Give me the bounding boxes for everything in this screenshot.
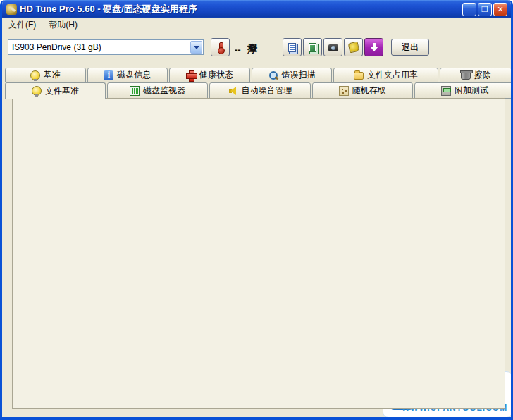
tab-row-2: 文件基准磁盘监视器自动噪音管理随机存取附加测试 bbox=[5, 82, 513, 99]
hd-tune-window: HD Tune Pro 5.60 - 硬盘/固态硬盘实用程序 _ ❐ ✕ 文件(… bbox=[0, 0, 513, 420]
tab-label: 错误扫描 bbox=[282, 69, 316, 81]
copy-image-button[interactable] bbox=[303, 38, 322, 56]
tab-label: 基准 bbox=[44, 69, 61, 81]
chevron-down-icon[interactable] bbox=[190, 41, 202, 54]
download-button[interactable] bbox=[364, 38, 383, 56]
app-icon bbox=[6, 4, 17, 15]
speaker-icon bbox=[228, 86, 238, 96]
titlebar: HD Tune Pro 5.60 - 硬盘/固态硬盘实用程序 _ ❐ ✕ bbox=[2, 0, 511, 18]
tab-label: 擦除 bbox=[474, 69, 491, 81]
trash-icon bbox=[461, 71, 471, 80]
temperature-unit: 癴 bbox=[247, 43, 257, 56]
tab-row-1: 基准磁盘信息健康状态错误扫描文件夹占用率擦除 bbox=[5, 68, 512, 82]
lightbulb-icon bbox=[32, 86, 42, 96]
tab-基准[interactable]: 基准 bbox=[5, 68, 86, 82]
tab-label: 健康状态 bbox=[199, 69, 233, 81]
down-arrow-icon bbox=[369, 42, 379, 52]
temperature-value: -- bbox=[235, 44, 241, 55]
menu-item-0[interactable]: 文件(F) bbox=[2, 18, 42, 32]
thermometer-icon bbox=[216, 42, 225, 52]
bar-chart-icon bbox=[130, 86, 140, 96]
save-icon bbox=[347, 42, 359, 54]
tab-label: 磁盘监视器 bbox=[143, 85, 185, 97]
copy-text-icon bbox=[288, 43, 296, 52]
close-button[interactable]: ✕ bbox=[493, 3, 507, 16]
random-access-icon bbox=[339, 86, 349, 96]
lightbulb-icon bbox=[30, 70, 40, 80]
menu-item-1[interactable]: 帮助(H) bbox=[42, 18, 84, 32]
file-benchmark-panel bbox=[12, 98, 505, 409]
drive-select[interactable]: IS903 PenDrive (31 gB) bbox=[8, 39, 204, 55]
info-icon bbox=[104, 70, 113, 80]
tab-健康状态[interactable]: 健康状态 bbox=[169, 68, 250, 82]
tab-磁盘监视器[interactable]: 磁盘监视器 bbox=[107, 82, 208, 99]
tab-label: 自动噪音管理 bbox=[242, 85, 292, 97]
tab-附加测试[interactable]: 附加测试 bbox=[414, 82, 513, 99]
window-title: HD Tune Pro 5.60 - 硬盘/固态硬盘实用程序 bbox=[20, 3, 197, 16]
tab-label: 附加测试 bbox=[455, 85, 488, 97]
copy-text-button[interactable] bbox=[283, 38, 302, 56]
tab-磁盘信息[interactable]: 磁盘信息 bbox=[87, 68, 168, 82]
screenshot-button[interactable] bbox=[323, 38, 342, 56]
magnifier-icon bbox=[268, 70, 278, 80]
drive-select-value: IS903 PenDrive (31 gB) bbox=[8, 42, 190, 52]
maximize-button[interactable]: ❐ bbox=[478, 3, 492, 16]
health-cross-icon bbox=[186, 70, 196, 80]
save-button[interactable] bbox=[344, 38, 363, 56]
camera-icon bbox=[328, 44, 338, 51]
tab-label: 随机存取 bbox=[352, 85, 386, 97]
exit-button[interactable]: 退出 bbox=[391, 39, 429, 56]
tab-擦除[interactable]: 擦除 bbox=[440, 68, 512, 82]
tab-label: 文件夹占用率 bbox=[367, 69, 418, 81]
minimize-button[interactable]: _ bbox=[462, 3, 476, 16]
tab-错误扫描[interactable]: 错误扫描 bbox=[252, 68, 333, 82]
folder-icon bbox=[354, 72, 364, 80]
tab-label: 磁盘信息 bbox=[117, 69, 151, 81]
tab-自动噪音管理[interactable]: 自动噪音管理 bbox=[209, 82, 310, 99]
tab-随机存取[interactable]: 随机存取 bbox=[312, 82, 413, 99]
tab-文件基准[interactable]: 文件基准 bbox=[5, 82, 106, 99]
tab-文件夹占用率[interactable]: 文件夹占用率 bbox=[333, 68, 438, 82]
menubar: 文件(F)帮助(H) bbox=[2, 18, 511, 32]
temperature-button[interactable] bbox=[211, 38, 230, 56]
extra-tests-icon bbox=[441, 86, 451, 96]
tab-label: 文件基准 bbox=[45, 85, 79, 97]
copy-image-icon bbox=[309, 43, 316, 52]
